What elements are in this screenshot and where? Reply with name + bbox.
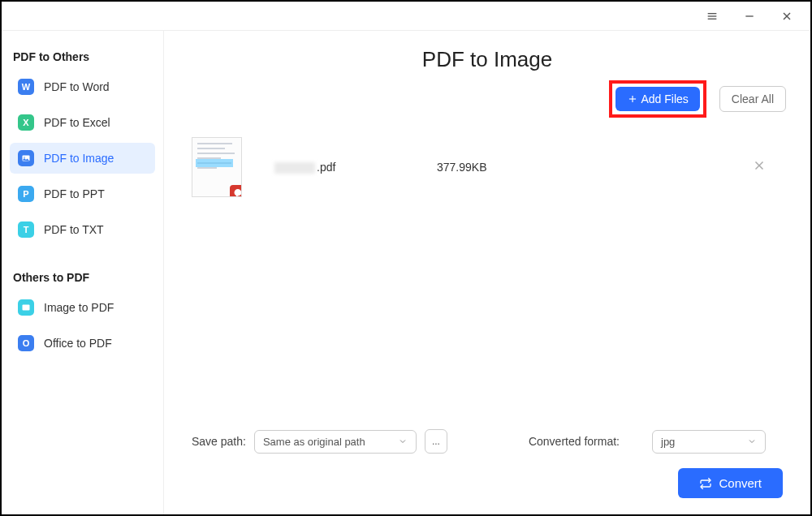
convert-label: Convert — [719, 476, 762, 490]
add-files-button[interactable]: Add Files — [615, 87, 700, 111]
sidebar-item-pdf-to-ppt[interactable]: P PDF to PPT — [10, 178, 155, 209]
sidebar-item-label: Image to PDF — [44, 301, 114, 314]
file-name-redacted — [274, 162, 315, 174]
menu-icon[interactable] — [705, 9, 719, 24]
svg-rect-8 — [23, 305, 30, 311]
add-files-label: Add Files — [641, 92, 689, 105]
sidebar-item-label: PDF to Image — [44, 152, 114, 165]
action-row: Add Files Clear All — [188, 80, 786, 129]
sidebar-section-title: Others to PDF — [10, 266, 155, 292]
close-icon — [752, 158, 767, 173]
sidebar-item-pdf-to-word[interactable]: W PDF to Word — [10, 71, 155, 102]
chevron-down-icon — [398, 436, 408, 446]
format-select[interactable]: jpg — [652, 430, 766, 454]
sidebar-item-image-to-pdf[interactable]: Image to PDF — [10, 292, 155, 323]
sidebar-section-title: PDF to Others — [10, 45, 155, 71]
format-label: Converted format: — [529, 435, 620, 448]
titlebar — [2, 2, 810, 31]
main-panel: PDF to Image Add Files Clear All — [164, 31, 810, 514]
sidebar-item-label: PDF to PPT — [44, 187, 105, 200]
file-name: .pdf — [274, 161, 437, 174]
file-list: .pdf 377.99KB — [188, 129, 786, 415]
sidebar-item-office-to-pdf[interactable]: O Office to PDF — [10, 328, 155, 359]
image-to-pdf-icon — [18, 299, 34, 316]
footer: Save path: Same as original path ... Con… — [188, 415, 786, 514]
sidebar: PDF to Others W PDF to Word X PDF to Exc… — [2, 31, 164, 514]
sidebar-item-label: PDF to Excel — [44, 116, 110, 129]
plus-icon — [627, 93, 638, 105]
clear-all-button[interactable]: Clear All — [719, 86, 786, 112]
convert-button[interactable]: Convert — [678, 468, 783, 498]
close-icon[interactable] — [780, 9, 794, 24]
highlight-annotation: Add Files — [609, 80, 706, 118]
save-path-select[interactable]: Same as original path — [254, 430, 417, 454]
sidebar-item-pdf-to-excel[interactable]: X PDF to Excel — [10, 107, 155, 138]
minimize-icon[interactable] — [742, 9, 757, 24]
format-value: jpg — [661, 436, 675, 448]
remove-file-button[interactable] — [752, 158, 783, 176]
excel-icon: X — [18, 114, 34, 131]
sidebar-item-pdf-to-txt[interactable]: T PDF to TXT — [10, 214, 155, 245]
image-icon — [18, 150, 34, 166]
file-thumbnail — [192, 137, 242, 197]
svg-point-7 — [24, 157, 25, 158]
sidebar-item-pdf-to-image[interactable]: PDF to Image — [10, 143, 155, 174]
txt-icon: T — [18, 221, 34, 238]
word-icon: W — [18, 79, 34, 95]
page-title: PDF to Image — [188, 31, 786, 80]
browse-path-button[interactable]: ... — [425, 429, 447, 454]
pdf-badge-icon — [230, 185, 242, 197]
convert-icon — [699, 477, 712, 490]
file-row: .pdf 377.99KB — [188, 129, 786, 205]
chevron-down-icon — [747, 436, 757, 446]
save-path-label: Save path: — [192, 435, 246, 448]
file-size: 377.99KB — [437, 161, 487, 174]
options-row: Save path: Same as original path ... Con… — [192, 429, 783, 454]
office-icon: O — [18, 335, 34, 351]
save-path-value: Same as original path — [263, 436, 365, 448]
sidebar-item-label: PDF to TXT — [44, 223, 104, 236]
sidebar-item-label: PDF to Word — [44, 80, 110, 93]
sidebar-item-label: Office to PDF — [44, 337, 112, 350]
ppt-icon: P — [18, 186, 34, 202]
